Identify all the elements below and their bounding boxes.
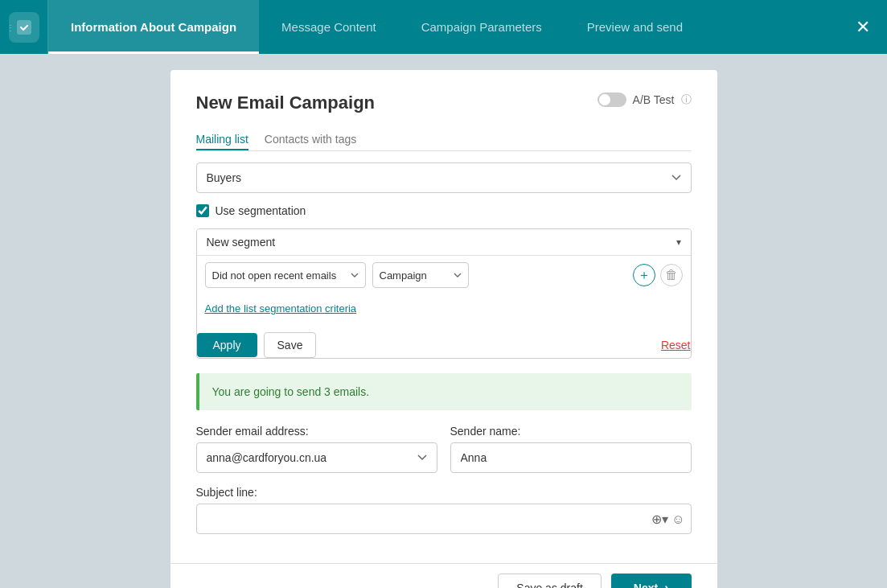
ab-test-info-icon: ⓘ xyxy=(681,93,692,107)
use-segmentation-label: Use segmentation xyxy=(216,204,306,217)
top-navigation: ⋮ Information About Campaign Message Con… xyxy=(0,0,887,54)
segment-select[interactable]: New segment Segment 1 Segment 2 xyxy=(207,236,676,249)
sender-name-group: Sender name: xyxy=(450,425,692,473)
info-box: You are going to send 3 emails. xyxy=(196,373,692,410)
close-button[interactable]: ✕ xyxy=(839,0,887,54)
add-condition-button[interactable]: ＋ xyxy=(633,264,655,286)
nav-tab-params[interactable]: Campaign Parameters xyxy=(399,0,565,54)
sub-tab-mailing[interactable]: Mailing list xyxy=(196,130,248,150)
sender-name-label: Sender name: xyxy=(450,425,692,438)
subject-icons: ⊕▾ ☺ xyxy=(651,512,684,527)
subject-input-wrap: ⊕▾ ☺ xyxy=(196,504,692,534)
toggle-switch[interactable] xyxy=(597,93,626,107)
sender-form-row: Sender email address: anna@cardforyou.cn… xyxy=(196,425,692,473)
campaign-card: New Email Campaign A/B Test ⓘ Mailing li… xyxy=(170,70,717,588)
nav-tab-message[interactable]: Message Content xyxy=(259,0,399,54)
delete-condition-button[interactable]: 🗑 xyxy=(660,264,683,286)
segment-chevron-icon: ▾ xyxy=(676,236,681,248)
filter-select[interactable]: Did not open recent emails Opened recent… xyxy=(205,262,366,288)
sender-email-label: Sender email address: xyxy=(196,425,437,438)
subject-row: Subject line: ⊕▾ ☺ xyxy=(196,486,692,534)
sender-email-dropdown[interactable]: anna@cardforyou.cn.ua xyxy=(196,442,437,473)
apply-button[interactable]: Apply xyxy=(197,333,257,357)
nav-tabs: Information About Campaign Message Conte… xyxy=(48,0,839,54)
subject-input[interactable] xyxy=(196,504,692,534)
ab-test-label: A/B Test xyxy=(633,93,675,106)
sender-email-group: Sender email address: anna@cardforyou.cn… xyxy=(196,425,437,473)
subject-label: Subject line: xyxy=(196,486,692,499)
condition-action-icons: ＋ 🗑 xyxy=(633,264,683,286)
sub-tabs: Mailing list Contacts with tags xyxy=(196,130,692,151)
use-segmentation-row: Use segmentation xyxy=(196,204,692,217)
info-box-text: You are going to send 3 emails. xyxy=(212,385,370,398)
segment-action-row: Apply Save Reset xyxy=(197,326,691,358)
mailing-list-dropdown[interactable]: Buyers All Contacts Newsletter xyxy=(196,162,692,193)
type-select[interactable]: Campaign All Newsletter xyxy=(372,262,469,288)
nav-tab-preview[interactable]: Preview and send xyxy=(565,0,705,54)
save-segment-button[interactable]: Save xyxy=(264,332,317,358)
segment-box: New segment Segment 1 Segment 2 ▾ Did no… xyxy=(196,228,692,359)
next-button[interactable]: Next › xyxy=(611,574,692,589)
save-draft-button[interactable]: Save as draft xyxy=(498,574,602,589)
add-criteria-link[interactable]: Add the list segmentation criteria xyxy=(197,294,365,323)
next-arrow-icon: › xyxy=(664,581,668,589)
sender-name-input[interactable] xyxy=(450,442,692,473)
svg-rect-0 xyxy=(17,20,31,35)
segment-header: New segment Segment 1 Segment 2 ▾ xyxy=(197,229,691,256)
condition-row: Did not open recent emails Opened recent… xyxy=(197,256,691,294)
logo-icon: ⋮ xyxy=(9,12,39,43)
main-content: New Email Campaign A/B Test ⓘ Mailing li… xyxy=(0,54,887,588)
use-segmentation-checkbox[interactable] xyxy=(196,204,209,217)
nav-tab-info[interactable]: Information About Campaign xyxy=(48,0,259,54)
reset-button[interactable]: Reset xyxy=(661,339,691,352)
emoji-button[interactable]: ☺ xyxy=(671,512,684,526)
sub-tab-contacts[interactable]: Contacts with tags xyxy=(265,130,356,150)
ab-test-toggle[interactable]: A/B Test ⓘ xyxy=(597,93,692,107)
card-footer: Save as draft Next › xyxy=(170,563,717,588)
nav-logo: ⋮ xyxy=(0,0,48,54)
personalize-button[interactable]: ⊕▾ xyxy=(651,512,668,527)
